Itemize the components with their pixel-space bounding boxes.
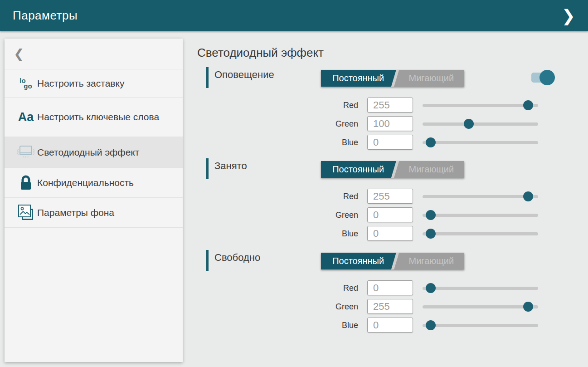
mode-blinking-button[interactable]: Мигающий xyxy=(398,161,464,178)
mode-segmented-control: Постоянный Мигающий xyxy=(321,70,464,87)
green-slider[interactable] xyxy=(423,299,538,314)
red-value-input[interactable] xyxy=(367,189,413,204)
channel-rows: Red Green Blue xyxy=(197,189,560,245)
mode-solid-button[interactable]: Постоянный xyxy=(321,253,395,269)
slider-thumb[interactable] xyxy=(426,283,436,293)
slider-track xyxy=(423,305,538,308)
mode-blinking-button[interactable]: Мигающий xyxy=(398,253,464,269)
mode-solid-button[interactable]: Постоянный xyxy=(321,161,395,178)
channel-rows: Red Green Blue xyxy=(197,280,560,336)
slider-thumb[interactable] xyxy=(523,302,533,312)
sidebar-item-splash-screen[interactable]: logo Настроить заставку xyxy=(5,69,183,98)
channel-row-green: Green xyxy=(197,207,560,223)
mode-segmented-control: Постоянный Мигающий xyxy=(321,161,464,178)
channel-label: Green xyxy=(311,302,358,312)
blue-value-input[interactable] xyxy=(367,318,413,333)
section-title: Занято xyxy=(214,160,247,172)
slider-thumb[interactable] xyxy=(426,210,436,220)
sidebar-item-label: Параметры фона xyxy=(37,207,121,218)
sidebar-item-label: Конфиденциальность xyxy=(37,177,141,188)
slider-track xyxy=(423,214,538,217)
sidebar-item-label: Настроить ключевые слова xyxy=(37,111,166,122)
slider-track xyxy=(423,195,538,198)
keywords-icon: Aa xyxy=(15,110,37,124)
green-slider[interactable] xyxy=(423,207,538,223)
red-value-input[interactable] xyxy=(367,280,413,295)
page-title: Параметры xyxy=(13,9,78,23)
slider-track xyxy=(423,122,538,126)
slider-track xyxy=(423,324,538,327)
slider-track xyxy=(423,287,538,290)
toggle-thumb xyxy=(539,70,555,85)
section-accent-bar xyxy=(206,250,209,271)
mode-blinking-button[interactable]: Мигающий xyxy=(398,70,464,87)
forward-chevron-icon[interactable]: ❯ xyxy=(562,8,575,24)
slider-track xyxy=(423,232,538,235)
channel-label: Red xyxy=(311,192,358,201)
blue-value-input[interactable] xyxy=(367,135,413,150)
red-slider[interactable] xyxy=(423,280,538,296)
channel-row-blue: Blue xyxy=(197,135,560,150)
slider-thumb[interactable] xyxy=(426,229,436,239)
slider-thumb[interactable] xyxy=(523,100,533,110)
green-value-input[interactable] xyxy=(367,299,413,314)
section-notification: Оповещение Постоянный Мигающий Red Green xyxy=(197,66,560,157)
green-value-input[interactable] xyxy=(367,207,413,222)
section-accent-bar xyxy=(206,158,209,179)
section-free: Свободно Постоянный Мигающий Red Green B… xyxy=(197,249,560,340)
content-title: Светодиодный эффект xyxy=(197,46,324,60)
led-screen-icon xyxy=(15,144,37,161)
lock-icon xyxy=(15,174,37,192)
mode-solid-button[interactable]: Постоянный xyxy=(321,70,395,87)
slider-thumb[interactable] xyxy=(426,320,436,330)
red-slider[interactable] xyxy=(423,189,538,204)
sidebar-item-privacy[interactable]: Конфиденциальность xyxy=(5,168,183,198)
sidebar-collapse-button[interactable]: ❮ xyxy=(5,39,183,69)
channel-row-red: Red xyxy=(197,98,560,113)
blue-slider[interactable] xyxy=(423,318,538,333)
channel-label: Red xyxy=(311,284,358,293)
settings-sidebar: ❮ logo Настроить заставку Aa Настроить к… xyxy=(5,39,183,362)
section-title: Оповещение xyxy=(214,69,274,81)
slider-thumb[interactable] xyxy=(426,137,436,147)
app-header: Параметры ❯ xyxy=(0,0,588,31)
channel-row-red: Red xyxy=(197,189,560,204)
mode-segmented-control: Постоянный Мигающий xyxy=(321,253,464,269)
red-value-input[interactable] xyxy=(367,98,413,113)
channel-label: Green xyxy=(311,210,358,220)
back-chevron-icon: ❮ xyxy=(14,46,24,61)
channel-row-green: Green xyxy=(197,299,560,314)
slider-track xyxy=(423,141,538,144)
slider-track xyxy=(423,104,538,107)
blue-value-input[interactable] xyxy=(367,226,413,241)
channel-label: Blue xyxy=(311,138,358,147)
sidebar-item-led-effect[interactable]: Светодиодный эффект xyxy=(5,137,183,168)
channel-row-blue: Blue xyxy=(197,226,560,241)
logo-icon: logo xyxy=(15,78,37,89)
channel-label: Blue xyxy=(311,229,358,239)
channel-label: Blue xyxy=(311,321,358,330)
background-icon xyxy=(15,203,37,223)
channel-row-red: Red xyxy=(197,280,560,296)
channel-label: Green xyxy=(311,119,358,129)
channel-rows: Red Green Blue xyxy=(197,98,560,153)
section-title: Свободно xyxy=(214,252,260,264)
green-slider[interactable] xyxy=(423,116,538,132)
red-slider[interactable] xyxy=(423,98,538,113)
section-busy: Занято Постоянный Мигающий Red Green Blu… xyxy=(197,157,560,248)
channel-label: Red xyxy=(311,101,358,110)
blue-slider[interactable] xyxy=(423,135,538,150)
sidebar-item-keywords[interactable]: Aa Настроить ключевые слова xyxy=(5,98,183,137)
green-value-input[interactable] xyxy=(367,116,413,131)
blue-slider[interactable] xyxy=(423,226,538,241)
section-accent-bar xyxy=(206,67,209,88)
channel-row-green: Green xyxy=(197,116,560,132)
slider-thumb[interactable] xyxy=(523,191,533,201)
sidebar-item-label: Светодиодный эффект xyxy=(37,147,146,158)
sidebar-item-background[interactable]: Параметры фона xyxy=(5,198,183,228)
notification-toggle[interactable] xyxy=(531,69,557,87)
slider-thumb[interactable] xyxy=(464,119,474,129)
sidebar-item-label: Настроить заставку xyxy=(37,78,131,89)
channel-row-blue: Blue xyxy=(197,318,560,333)
